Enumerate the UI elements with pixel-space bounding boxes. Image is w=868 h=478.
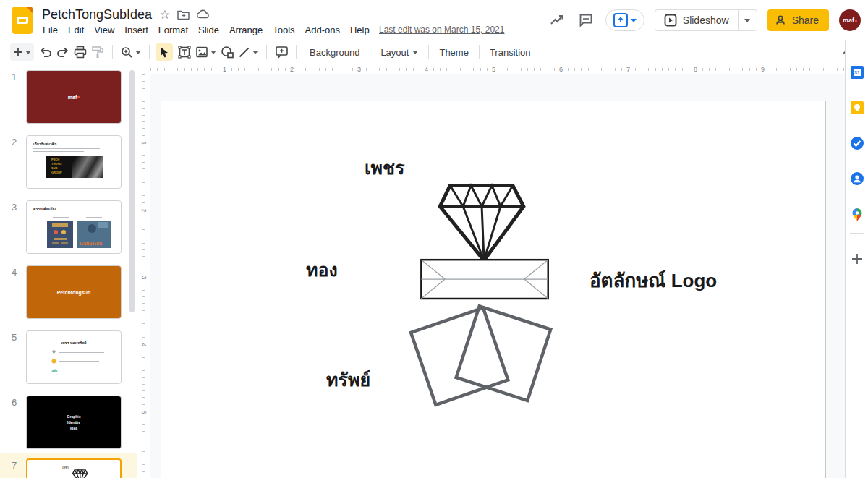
slide-thumbnail-5[interactable]: เพชร ทอง ทรัพย์ bbox=[26, 330, 122, 384]
slide-thumbnail-4[interactable]: Petchtongsub bbox=[26, 265, 122, 319]
thumb3-infographic bbox=[47, 221, 73, 248]
slideshow-dropdown[interactable] bbox=[738, 10, 757, 30]
slide-thumbnail-6[interactable]: Graphic Identity Idea bbox=[26, 396, 122, 449]
slide-thumbnail-7-selected[interactable]: เพชร bbox=[26, 458, 122, 478]
undo-button[interactable] bbox=[37, 43, 54, 61]
horizontal-ruler[interactable]: 123456789 bbox=[150, 64, 845, 74]
h-ruler-number: 5 bbox=[490, 64, 498, 74]
activity-dashboard-icon[interactable] bbox=[548, 11, 566, 30]
menu-arrange[interactable]: Arrange bbox=[224, 22, 268, 38]
slide-thumbnail-3[interactable]: ความเชื่อมโยง ระบบประกัน bbox=[26, 200, 122, 254]
menu-file[interactable]: File bbox=[38, 22, 63, 38]
maps-icon[interactable] bbox=[850, 208, 864, 222]
thumbnail-row-4: 4 Petchtongsub bbox=[0, 265, 137, 328]
last-edit-link[interactable]: Last edit was on March 15, 2021 bbox=[379, 25, 504, 35]
transition-button[interactable]: Transition bbox=[482, 44, 538, 61]
h-ruler-number: 8 bbox=[692, 64, 699, 74]
google-side-panel: 31 bbox=[845, 40, 868, 478]
star-icon[interactable]: ☆ bbox=[159, 9, 170, 21]
thumb5-heading: เพชร ทอง ทรัพย์ bbox=[27, 340, 121, 346]
diamond-shape[interactable] bbox=[440, 186, 524, 261]
thumbnail-row-3: 3 ความเชื่อมโยง ระบบประกัน bbox=[0, 200, 137, 263]
gold-bar-shape[interactable] bbox=[421, 260, 548, 299]
current-slide[interactable]: เพชร ทอง อัตลักษณ์ Logo ทรัพย์ bbox=[161, 101, 826, 478]
get-addons-plus-icon[interactable] bbox=[850, 252, 864, 266]
slides-logo-icon[interactable] bbox=[12, 7, 33, 34]
menu-format[interactable]: Format bbox=[153, 22, 193, 38]
text-box-button[interactable] bbox=[176, 43, 193, 61]
new-slide-caret-icon[interactable] bbox=[25, 51, 31, 54]
thumb2-banner-text: PECH THONG SUB GROUP bbox=[46, 156, 62, 178]
account-avatar[interactable]: maf bbox=[839, 9, 861, 31]
menu-edit[interactable]: Edit bbox=[63, 22, 89, 38]
placeholder-text-line bbox=[33, 151, 84, 152]
tasks-icon[interactable] bbox=[850, 136, 864, 150]
v-ruler-number: 3 bbox=[140, 271, 148, 284]
menu-slide[interactable]: Slide bbox=[193, 22, 224, 38]
comment-history-icon[interactable] bbox=[576, 11, 595, 30]
placeholder-text-line bbox=[53, 114, 95, 114]
thumb3-heading: ความเชื่อมโยง bbox=[33, 206, 56, 212]
slide-thumbnail-2[interactable]: เกี่ยวกับสมาชิก PECH THONG SUB GROUP bbox=[26, 135, 122, 189]
filmstrip-scrollbar[interactable] bbox=[129, 70, 135, 312]
document-title[interactable]: PetchTongSubIdea bbox=[42, 7, 152, 22]
vertical-ruler[interactable]: 12345 bbox=[137, 74, 150, 478]
slide-number: 2 bbox=[12, 137, 17, 148]
diamond-bullet-icon bbox=[51, 350, 56, 354]
header: PetchTongSubIdea ☆ FileEditViewInsertFor… bbox=[0, 0, 868, 40]
keep-icon[interactable] bbox=[850, 101, 864, 115]
print-button[interactable] bbox=[72, 43, 89, 61]
slide-filmstrip: 1 maf 2 เกี่ยวกับสมาชิก PECH THONG SUB G… bbox=[0, 64, 137, 478]
slideshow-label: Slideshow bbox=[683, 14, 729, 26]
image-caret-icon[interactable] bbox=[210, 51, 216, 54]
paint-format-button[interactable] bbox=[89, 43, 106, 61]
thumbnail-row-2: 2 เกี่ยวกับสมาชิก PECH THONG SUB GROUP bbox=[0, 135, 137, 197]
v-ruler-number: 2 bbox=[140, 204, 148, 217]
overlapping-squares-shape[interactable] bbox=[411, 306, 550, 404]
new-slide-button[interactable] bbox=[10, 43, 34, 61]
thumbnail-row-7-selected: 7 เพชร bbox=[0, 458, 137, 478]
background-button[interactable]: Background bbox=[302, 44, 367, 61]
v-ruler-number: 5 bbox=[140, 406, 148, 419]
share-button[interactable]: Share bbox=[767, 9, 829, 31]
insert-line-button[interactable] bbox=[236, 43, 260, 61]
h-ruler-number: 2 bbox=[288, 64, 296, 74]
menu-view[interactable]: View bbox=[89, 22, 119, 38]
toolbar: Background Layout Theme Transition bbox=[0, 40, 845, 64]
cloud-status-icon[interactable] bbox=[197, 9, 210, 20]
placeholder-text-line bbox=[53, 217, 69, 218]
layout-button[interactable]: Layout bbox=[373, 44, 425, 61]
zoom-caret-icon[interactable] bbox=[135, 51, 141, 54]
thumbnail-row-6: 6 Graphic Identity Idea bbox=[0, 396, 137, 458]
slideshow-button[interactable]: Slideshow bbox=[655, 9, 757, 31]
person-lock-icon bbox=[775, 14, 786, 26]
move-folder-icon[interactable] bbox=[177, 9, 190, 21]
thumb3-photo: ระบบประกัน bbox=[77, 221, 111, 248]
redo-button[interactable] bbox=[54, 43, 72, 61]
theme-button[interactable]: Theme bbox=[432, 44, 475, 61]
menu-help[interactable]: Help bbox=[345, 22, 375, 38]
calendar-date-text: 31 bbox=[854, 70, 860, 75]
thumb4-title: Petchtongsub bbox=[57, 290, 91, 295]
thumbnail-row-1: 1 maf bbox=[0, 70, 137, 132]
zoom-button[interactable] bbox=[119, 43, 143, 61]
play-icon bbox=[664, 14, 677, 27]
contacts-icon[interactable] bbox=[850, 171, 864, 186]
avatar-text: maf bbox=[843, 17, 854, 24]
menu-addons[interactable]: Add-ons bbox=[300, 22, 345, 38]
insert-shape-button[interactable] bbox=[218, 43, 236, 61]
menu-tools[interactable]: Tools bbox=[268, 22, 299, 38]
slide-thumbnail-1[interactable]: maf bbox=[26, 70, 122, 124]
select-tool-button[interactable] bbox=[156, 43, 173, 61]
slide-number: 5 bbox=[12, 332, 17, 343]
thumb2-banner-image: PECH THONG SUB GROUP bbox=[46, 156, 103, 178]
line-caret-icon[interactable] bbox=[252, 51, 258, 54]
canvas-area: เพชร ทอง อัตลักษณ์ Logo ทรัพย์ bbox=[150, 74, 845, 478]
present-to-meeting-button[interactable] bbox=[605, 9, 644, 31]
insert-image-button[interactable] bbox=[193, 43, 218, 61]
insert-comment-button[interactable] bbox=[273, 43, 290, 61]
thumb6-title: Graphic Identity Idea bbox=[67, 414, 81, 431]
calendar-icon[interactable]: 31 bbox=[850, 65, 864, 80]
menu-insert[interactable]: Insert bbox=[119, 22, 153, 38]
present-arrow-icon bbox=[613, 13, 628, 27]
